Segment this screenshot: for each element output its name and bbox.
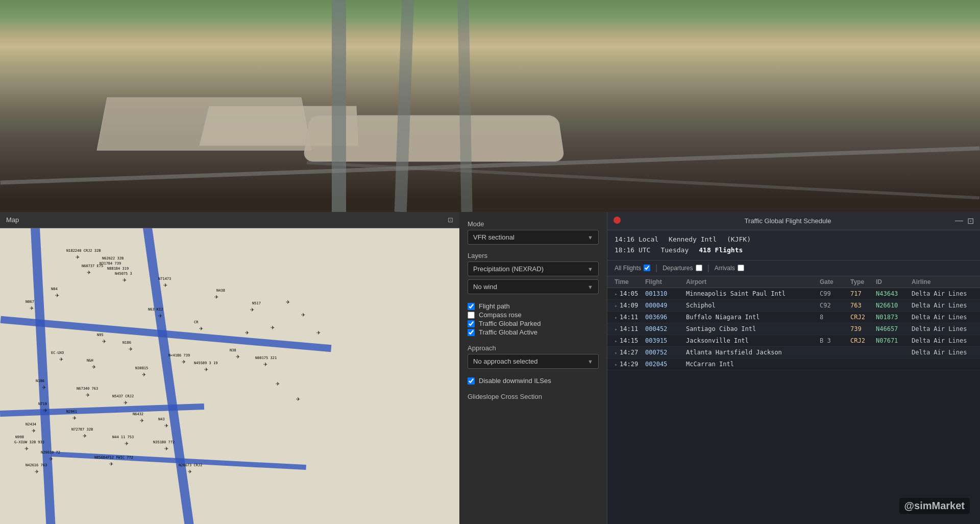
compass-rose-label: Compass rose bbox=[479, 311, 522, 319]
arrivals-filter: Arrivals bbox=[715, 265, 744, 272]
approach-chevron-icon: ▼ bbox=[587, 359, 593, 365]
flight-panel-minimize-icon[interactable]: — bbox=[955, 216, 963, 226]
flight-path-row: Flight path bbox=[468, 302, 599, 310]
table-row[interactable]: ▸14:27 000752 Atlanta Hartsfield Jackson… bbox=[607, 347, 980, 359]
utc-time: 18:16 UTC bbox=[615, 245, 650, 256]
col-type: Type bbox=[850, 278, 876, 285]
flight-panel-title: Traffic Global Flight Schedule bbox=[621, 217, 955, 225]
mode-dropdown[interactable]: VFR sectional ▼ bbox=[468, 230, 599, 245]
flight-info-bar: 14:16 Local Kennedy Intl (KJFK) 18:16 UT… bbox=[607, 230, 980, 260]
glideslope-label: Glideslope Cross Section bbox=[468, 393, 599, 400]
table-row[interactable]: ▸14:05 001310 Minneapolis Saint Paul Int… bbox=[607, 288, 980, 300]
airport-name: Kennedy Intl bbox=[669, 234, 717, 245]
local-time: 14:16 Local bbox=[615, 234, 658, 245]
col-time: Time bbox=[615, 278, 645, 285]
airport-icao: (KJFK) bbox=[727, 234, 751, 245]
table-row[interactable]: ▸14:09 000049 Schiphol C92 763 N26610 De… bbox=[607, 300, 980, 312]
layer2-dropdown[interactable]: No wind ▼ bbox=[468, 279, 599, 294]
table-row[interactable]: ▸14:29 002045 McCarran Intl bbox=[607, 359, 980, 370]
map-canvas[interactable]: N182240 CRJ2 32B ✈ N60737 E75 ✈ N62622 3… bbox=[0, 228, 459, 524]
table-row[interactable]: ▸14:11 003696 Buffalo Niagara Intl 8 CRJ… bbox=[607, 312, 980, 323]
layers-section: Layers Precipitation (NEXRAD) ▼ No wind … bbox=[468, 252, 599, 294]
col-id: ID bbox=[876, 278, 912, 285]
mode-value: VFR sectional bbox=[473, 233, 514, 241]
flight-table: ▸14:05 001310 Minneapolis Saint Paul Int… bbox=[607, 288, 980, 524]
col-airline: Airline bbox=[912, 278, 973, 285]
departures-filter: Departures bbox=[663, 265, 702, 272]
layer1-dropdown[interactable]: Precipitation (NEXRAD) ▼ bbox=[468, 261, 599, 276]
control-panel: Mode VFR sectional ▼ Layers Precipitatio… bbox=[459, 212, 607, 524]
approach-dropdown[interactable]: No approach selected ▼ bbox=[468, 354, 599, 369]
flight-table-header: Time Flight Airport Gate Type ID Airline bbox=[607, 276, 980, 288]
filter-divider-1: | bbox=[655, 264, 657, 273]
all-flights-checkbox[interactable] bbox=[644, 265, 650, 271]
flight-filter-bar: All Flights | Departures | Arrivals bbox=[607, 260, 980, 276]
departures-label: Departures bbox=[663, 265, 693, 272]
bottom-panel: Map ⊡ N182240 CRJ2 32B ✈ N60737 E75 ✈ N6… bbox=[0, 212, 980, 524]
table-row[interactable]: ▸14:15 003915 Jacksonville Intl B 3 CRJ2… bbox=[607, 335, 980, 347]
col-flight: Flight bbox=[645, 278, 686, 285]
approach-value: No approach selected bbox=[473, 358, 537, 365]
flight-path-checkbox[interactable] bbox=[468, 303, 475, 310]
aerial-view bbox=[0, 0, 980, 212]
compass-rose-row: Compass rose bbox=[468, 311, 599, 319]
flight-panel-close-icon[interactable] bbox=[614, 217, 621, 226]
all-flights-label: All Flights bbox=[615, 265, 641, 272]
flight-titlebar: Traffic Global Flight Schedule — ⊡ bbox=[607, 212, 980, 230]
flight-day: Tuesday bbox=[660, 245, 689, 256]
mode-label: Mode bbox=[468, 220, 599, 228]
departures-checkbox[interactable] bbox=[696, 265, 702, 271]
layer1-chevron-icon: ▼ bbox=[587, 266, 593, 272]
mode-section: Mode VFR sectional ▼ bbox=[468, 220, 599, 245]
map-title: Map bbox=[6, 216, 19, 224]
all-flights-filter: All Flights bbox=[615, 265, 650, 272]
watermark: @simMarket bbox=[899, 498, 970, 514]
layers-label: Layers bbox=[468, 252, 599, 259]
map-section: Map ⊡ N182240 CRJ2 32B ✈ N60737 E75 ✈ N6… bbox=[0, 212, 459, 524]
approach-label: Approach bbox=[468, 344, 599, 352]
disable-downwind-checkbox[interactable] bbox=[468, 377, 475, 385]
traffic-active-row: Traffic Global Active bbox=[468, 328, 599, 336]
disable-downwind-row: Disable downwind ILSes bbox=[468, 377, 599, 385]
layer1-value: Precipitation (NEXRAD) bbox=[473, 265, 544, 273]
layer2-value: No wind bbox=[473, 283, 497, 291]
filter-divider-2: | bbox=[707, 264, 709, 273]
flight-path-label: Flight path bbox=[479, 302, 510, 310]
flight-panel: Traffic Global Flight Schedule — ⊡ 14:16… bbox=[607, 212, 980, 524]
col-gate: Gate bbox=[820, 278, 850, 285]
arrivals-label: Arrivals bbox=[715, 265, 735, 272]
col-airport: Airport bbox=[686, 278, 820, 285]
checkboxes-section: Flight path Compass rose Traffic Global … bbox=[468, 301, 599, 337]
flight-panel-expand-icon[interactable]: ⊡ bbox=[967, 216, 974, 226]
arrivals-checkbox[interactable] bbox=[738, 265, 744, 271]
compass-rose-checkbox[interactable] bbox=[468, 312, 475, 319]
mode-chevron-icon: ▼ bbox=[587, 234, 593, 241]
flight-count: 418 Flights bbox=[699, 245, 743, 256]
layer2-chevron-icon: ▼ bbox=[587, 284, 593, 290]
map-expand-icon[interactable]: ⊡ bbox=[448, 216, 453, 224]
traffic-parked-checkbox[interactable] bbox=[468, 320, 475, 327]
traffic-active-checkbox[interactable] bbox=[468, 329, 475, 336]
traffic-parked-row: Traffic Global Parked bbox=[468, 320, 599, 327]
traffic-active-label: Traffic Global Active bbox=[479, 328, 537, 336]
map-titlebar: Map ⊡ bbox=[0, 212, 459, 228]
traffic-parked-label: Traffic Global Parked bbox=[479, 320, 541, 327]
flight-panel-controls: — ⊡ bbox=[955, 216, 974, 226]
disable-downwind-label: Disable downwind ILSes bbox=[479, 377, 551, 385]
approach-section: Approach No approach selected ▼ bbox=[468, 344, 599, 369]
table-row[interactable]: ▸14:11 000452 Santiago Cibao Intl 739 N4… bbox=[607, 323, 980, 335]
